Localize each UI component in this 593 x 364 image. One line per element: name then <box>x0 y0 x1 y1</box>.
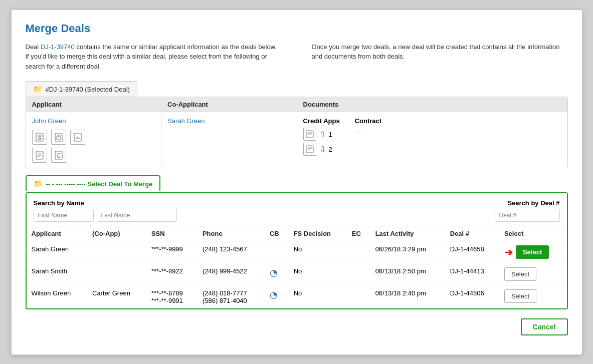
coapplicant-col-body: Sarah Green <box>161 112 297 162</box>
th-fs-decision: FS Decision <box>289 226 347 241</box>
doc-icon-5 <box>51 148 66 163</box>
credit-apps-col: Credit Apps ⇧ 1 <box>303 117 340 158</box>
description-row: Deal DJ-1-39740 contains the same or sim… <box>26 42 568 72</box>
applicant-name: John Green <box>32 117 155 125</box>
credit-app-row-2: ⇩ 2 <box>303 143 340 156</box>
cell-applicant: Wilson Green <box>27 285 88 309</box>
footer-row: Cancel <box>26 318 568 335</box>
select-button-0[interactable]: Select <box>516 245 549 259</box>
selected-deal-box: Applicant John Green I <box>26 97 568 168</box>
th-phone: Phone <box>197 226 265 241</box>
modal-container: Merge Deals Deal DJ-1-39740 contains the… <box>11 10 582 355</box>
deal-columns: Applicant John Green I <box>26 97 567 168</box>
merge-section: Search by Name Search by Deal # Applican… <box>26 192 568 309</box>
merge-section-wrapper: 📁 -- - --- ----- ---- Select Deal To Mer… <box>26 192 568 309</box>
selected-deal-tab: 📁 #DJ-1-39740 (Selected Deal) <box>26 81 137 97</box>
cell-last-activity: 06/26/18 3:29 pm <box>370 241 445 263</box>
th-ec: EC <box>347 226 370 241</box>
selected-deal-tab-label: #DJ-1-39740 (Selected Deal) <box>46 86 130 93</box>
doc-icon-3: ID <box>70 130 85 145</box>
cell-phone: (248) 018-7777(586) 871-4040 <box>197 285 265 309</box>
cell-cb: ◔ <box>265 263 289 285</box>
svg-text:ID: ID <box>76 136 80 140</box>
applicant-column: Applicant John Green I <box>26 97 162 168</box>
cell-last-activity: 06/13/18 2:40 pm <box>370 285 445 309</box>
cell-co-app <box>87 263 146 285</box>
cell-co-app <box>87 241 146 263</box>
cell-applicant: Sarah Green <box>27 241 88 263</box>
cell-co-app: Carter Green <box>87 285 146 309</box>
cell-phone: (248) 123-4567 <box>197 241 265 263</box>
th-select: Select <box>499 226 567 241</box>
cell-fs-decision: No <box>289 263 347 285</box>
contract-label: Contract <box>355 117 381 125</box>
deal-num-input[interactable] <box>495 209 560 222</box>
documents-column: Documents Credit Apps ⇧ 1 <box>297 97 567 168</box>
coapplicant-name: Sarah Green <box>167 117 291 125</box>
coapplicant-column: Co-Applicant Sarah Green <box>161 97 297 168</box>
svg-point-3 <box>39 138 41 140</box>
credit-app-count-2: 2 <box>329 146 332 153</box>
deal-link[interactable]: DJ-1-39740 <box>41 43 75 51</box>
doc-icon-1 <box>32 130 47 145</box>
contract-col: Contract --- <box>355 117 381 158</box>
coapplicant-col-header: Co-Applicant <box>161 97 297 112</box>
folder-icon: 📁 <box>33 85 43 94</box>
table-row: Sarah Smith ***-**-8922 (248) 999-4522 ◔… <box>27 263 567 285</box>
search-row: Search by Name Search by Deal # <box>27 193 567 226</box>
th-co-app: (Co-App) <box>87 226 146 241</box>
credit-apps-label: Credit Apps <box>303 117 340 125</box>
page-title: Merge Deals <box>26 22 568 35</box>
cell-ssn: ***-**-9999 <box>146 241 197 263</box>
svg-rect-20 <box>306 146 313 153</box>
merge-folder-icon: 📁 <box>34 179 43 188</box>
search-by-deal-group: Search by Deal # <box>495 199 560 222</box>
cell-fs-decision: No <box>289 241 347 263</box>
select-button-2[interactable]: Select <box>504 289 536 303</box>
table-row: Wilson Green Carter Green ***-**-8789***… <box>27 285 567 309</box>
doc-icon-4 <box>32 148 47 163</box>
cb-icon: ◔ <box>270 290 278 300</box>
credit-app-count-1: 1 <box>329 131 332 138</box>
selected-deal-area: 📁 #DJ-1-39740 (Selected Deal) Applicant … <box>26 81 568 168</box>
search-by-name-label: Search by Name <box>34 199 177 207</box>
applicant-col-body: John Green ID <box>26 112 161 168</box>
select-button-1[interactable]: Select <box>504 267 536 281</box>
description-right: Once you merge two deals, a new deal wil… <box>312 42 568 72</box>
cell-select: Select <box>499 285 567 309</box>
th-applicant: Applicant <box>27 226 88 241</box>
cell-ec <box>347 285 370 309</box>
cell-phone: (248) 999-4522 <box>197 263 265 285</box>
cell-ec <box>347 263 370 285</box>
th-last-activity: Last Activity <box>370 226 445 241</box>
svg-rect-4 <box>55 133 62 141</box>
name-inputs <box>34 209 177 222</box>
arrow-indicator: ➔ <box>504 246 513 258</box>
credit-app-icon-2 <box>303 143 316 156</box>
cell-cb: ◔ <box>265 285 289 309</box>
credit-app-row-1: ⇧ 1 <box>303 128 340 141</box>
first-name-input[interactable] <box>34 209 94 222</box>
cell-deal-num: DJ-1-44658 <box>445 241 499 263</box>
deals-tbody: Sarah Green ***-**-9999 (248) 123-4567 N… <box>27 241 567 309</box>
last-name-input[interactable] <box>97 209 177 222</box>
cell-fs-decision: No <box>289 285 347 309</box>
cell-deal-num: DJ-1-44413 <box>445 263 499 285</box>
cell-ssn: ***-**-8789***-**-9991 <box>146 285 197 309</box>
arrow-down-1: ⇩ <box>319 145 326 154</box>
doc-icon-2 <box>51 130 66 145</box>
cell-applicant: Sarah Smith <box>27 263 88 285</box>
svg-rect-13 <box>55 151 62 159</box>
applicant-doc-icons: ID <box>32 130 155 145</box>
documents-col-body: Credit Apps ⇧ 1 <box>297 112 567 163</box>
credit-apps-section: Credit Apps ⇧ 1 <box>303 117 561 158</box>
cb-icon: ◔ <box>270 268 278 278</box>
cancel-button[interactable]: Cancel <box>521 318 568 335</box>
cell-cb <box>265 241 289 263</box>
description-left: Deal DJ-1-39740 contains the same or sim… <box>26 42 282 72</box>
cell-last-activity: 06/13/18 2:50 pm <box>370 263 445 285</box>
table-header: Applicant (Co-App) SSN Phone CB FS Decis… <box>27 226 567 241</box>
search-by-deal-label: Search by Deal # <box>507 199 559 207</box>
merge-deal-tab: 📁 -- - --- ----- ---- Select Deal To Mer… <box>26 175 161 191</box>
svg-rect-0 <box>36 133 43 141</box>
